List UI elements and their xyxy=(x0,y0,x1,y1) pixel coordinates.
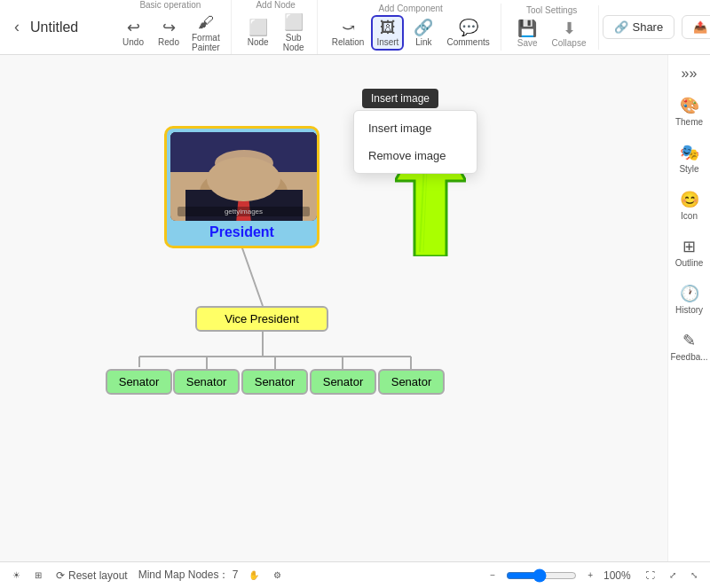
tool-settings-group: Tool Settings 💾 Save ⬇ Collapse xyxy=(505,5,600,50)
collapse-button[interactable]: ⬇ Collapse xyxy=(547,17,592,50)
format-painter-icon: 🖌 xyxy=(198,13,214,33)
nodes-info: Mind Map Nodes： 7 xyxy=(138,568,239,583)
add-component-label: Add Component xyxy=(379,4,443,13)
zoom-slider[interactable] xyxy=(506,568,577,583)
feedback-label: Feedba... xyxy=(670,352,707,362)
canvas[interactable]: gettyimages President Vice President Sen… xyxy=(0,55,667,561)
relation-button[interactable]: ⤻ Relation xyxy=(328,17,368,50)
sidebar-item-theme[interactable]: 🎨 Theme xyxy=(670,90,709,132)
node-label: Node xyxy=(248,37,269,47)
relation-icon: ⤻ xyxy=(342,19,355,38)
remove-image-label: Remove image xyxy=(368,149,446,162)
basic-operation-label: Basic operation xyxy=(139,0,201,10)
add-node-group: Add Node ⬜ Node ⬜ Sub Node xyxy=(235,0,318,54)
export-button[interactable]: 📤 Export xyxy=(682,15,710,39)
undo-icon: ↩ xyxy=(127,19,140,38)
node-icon: ⬜ xyxy=(248,19,268,38)
sub-node-button[interactable]: ⬜ Sub Node xyxy=(278,12,310,54)
zoom-out-button[interactable]: − xyxy=(486,568,499,582)
insert-image-item[interactable]: Insert image xyxy=(354,114,477,142)
add-component-items: ⤻ Relation 🖼 Insert 🔗 Link 💬 Comments xyxy=(328,15,493,51)
undo-label: Undo xyxy=(122,37,144,47)
zoom-out-icon: − xyxy=(490,570,495,580)
sidebar-item-history[interactable]: 🕐 History xyxy=(670,278,709,320)
right-sidebar: »» 🎨 Theme 🎭 Style 😊 Icon ⊞ Outline 🕐 Hi… xyxy=(667,55,710,561)
main-area: gettyimages President Vice President Sen… xyxy=(0,55,710,561)
senator-node-4[interactable]: Senator xyxy=(310,369,376,395)
zoom-in-icon: + xyxy=(588,570,593,580)
theme-label: Theme xyxy=(675,117,703,127)
undo-button[interactable]: ↩ Undo xyxy=(117,17,149,50)
insert-image-label: Insert image xyxy=(368,122,432,135)
theme-icon: 🎨 xyxy=(680,96,699,115)
fit-button[interactable]: ⛶ xyxy=(643,568,659,582)
grid-button[interactable]: ⊞ xyxy=(31,568,45,582)
outline-label: Outline xyxy=(675,258,704,268)
settings-button[interactable]: ⚙ xyxy=(270,568,285,582)
save-button[interactable]: 💾 Save xyxy=(512,17,543,50)
nodes-label: Mind Map Nodes： xyxy=(138,568,230,581)
senator-node-2[interactable]: Senator xyxy=(173,369,240,395)
reset-layout-button[interactable]: ⟳ Reset layout xyxy=(52,568,131,584)
fullscreen-button[interactable]: ⤢ xyxy=(666,568,680,582)
tool-settings-label: Tool Settings xyxy=(526,5,577,15)
history-icon: 🕐 xyxy=(680,284,699,303)
share-button[interactable]: 🔗 Share xyxy=(603,15,674,39)
sub-node-icon: ⬜ xyxy=(284,13,304,33)
insert-label: Insert xyxy=(376,37,398,47)
format-painter-button[interactable]: 🖌 Format Painter xyxy=(188,12,224,54)
vice-president-label: Vice President xyxy=(225,312,299,325)
basic-operation-group: Basic operation ↩ Undo ↪ Redo 🖌 Format P… xyxy=(110,0,232,54)
insert-image-tooltip: Insert image xyxy=(362,89,438,108)
connector-lines xyxy=(0,55,667,561)
relation-label: Relation xyxy=(332,37,365,47)
add-component-group: Add Component ⤻ Relation 🖼 Insert 🔗 Link… xyxy=(321,4,501,51)
document-title: Untitled xyxy=(30,20,92,35)
sidebar-collapse-button[interactable]: »» xyxy=(678,62,701,85)
expand-button[interactable]: ⤡ xyxy=(687,568,701,582)
add-node-label: Add Node xyxy=(256,0,295,10)
basic-operation-items: ↩ Undo ↪ Redo 🖌 Format Painter xyxy=(117,12,224,54)
reset-layout-icon: ⟳ xyxy=(56,569,65,582)
grid-icon: ⊞ xyxy=(35,570,42,580)
expand-icon: ⤡ xyxy=(690,570,698,580)
drag-icon: ✋ xyxy=(248,570,259,580)
status-bar-left: ☀ ⊞ ⟳ Reset layout Mind Map Nodes： 7 ✋ ⚙ xyxy=(9,568,285,584)
share-icon: 🔗 xyxy=(614,20,628,34)
senator-4-label: Senator xyxy=(323,375,364,388)
vice-president-node[interactable]: Vice President xyxy=(195,306,328,332)
redo-label: Redo xyxy=(158,37,179,47)
collapse-label: Collapse xyxy=(552,38,587,48)
outline-icon: ⊞ xyxy=(682,237,696,256)
sidebar-item-feedback[interactable]: ✎ Feedba... xyxy=(670,325,709,367)
comments-button[interactable]: 💬 Comments xyxy=(443,17,493,50)
toolbar: ‹ Untitled Basic operation ↩ Undo ↪ Redo… xyxy=(0,0,710,55)
zoom-in-button[interactable]: + xyxy=(584,568,596,582)
save-icon: 💾 xyxy=(517,19,537,38)
redo-button[interactable]: ↪ Redo xyxy=(153,17,185,50)
zoom-percent: 100% xyxy=(604,569,635,582)
icon-label: Icon xyxy=(681,211,698,221)
link-button[interactable]: 🔗 Link xyxy=(407,17,439,50)
tool-settings-items: 💾 Save ⬇ Collapse xyxy=(512,17,592,50)
president-photo: gettyimages xyxy=(170,132,317,221)
senator-node-3[interactable]: Senator xyxy=(241,369,308,395)
save-label: Save xyxy=(517,38,538,48)
remove-image-item[interactable]: Remove image xyxy=(354,142,477,169)
comments-icon: 💬 xyxy=(459,19,478,38)
sidebar-item-outline[interactable]: ⊞ Outline xyxy=(670,231,709,273)
insert-button[interactable]: 🖼 Insert xyxy=(371,15,404,51)
node-button[interactable]: ⬜ Node xyxy=(242,17,274,50)
settings-icon: ⚙ xyxy=(273,570,281,580)
insert-dropdown-menu: Insert image Remove image xyxy=(353,110,477,174)
senator-node-5[interactable]: Senator xyxy=(378,369,445,395)
president-node[interactable]: gettyimages President xyxy=(164,126,320,248)
drag-button[interactable]: ✋ xyxy=(245,568,263,582)
sidebar-item-style[interactable]: 🎭 Style xyxy=(670,137,709,179)
sun-icon: ☀ xyxy=(12,570,20,580)
status-bar-right: − + 100% ⛶ ⤢ ⤡ xyxy=(486,568,701,583)
senator-node-1[interactable]: Senator xyxy=(106,369,172,395)
back-button[interactable]: ‹ xyxy=(7,14,27,40)
sun-button[interactable]: ☀ xyxy=(9,568,24,582)
sidebar-item-icon[interactable]: 😊 Icon xyxy=(670,184,709,226)
